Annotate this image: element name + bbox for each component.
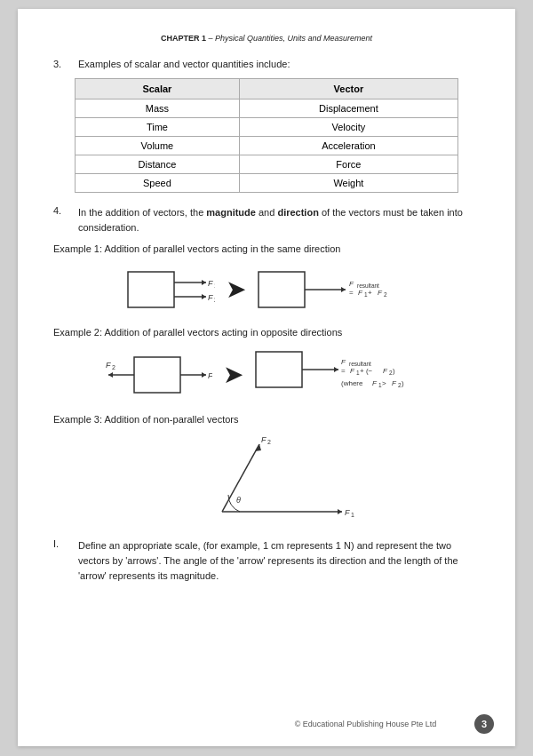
- header-separator: –: [206, 34, 215, 43]
- example2-right-svg: F resultant = F 1 + (− F 2 ) (where F 1 …: [254, 345, 427, 405]
- table-col1-header: Scalar: [76, 79, 240, 99]
- example3-svg: F 1 F 2 θ: [169, 432, 364, 529]
- svg-text:F: F: [208, 279, 213, 288]
- table-row: VolumeAcceleration: [76, 137, 458, 155]
- svg-text:1: 1: [351, 512, 354, 518]
- example3-label: Example 3: Addition of non-parallel vect…: [53, 414, 480, 425]
- svg-marker-49: [338, 509, 342, 514]
- table-cell-r3-c0: Distance: [76, 155, 240, 174]
- table-row: MassDisplacement: [76, 99, 458, 118]
- page-footer: © Educational Publishing House Pte Ltd 3: [18, 714, 515, 734]
- item-3: 3. Examples of scalar and vector quantit…: [53, 59, 480, 69]
- page-number: 3: [474, 714, 494, 734]
- svg-rect-29: [256, 352, 302, 387]
- svg-text:2: 2: [214, 297, 215, 303]
- item-4-text-mid: and: [256, 207, 277, 218]
- table-col2-header: Vector: [239, 79, 457, 99]
- example2-big-arrow: ➤: [223, 362, 243, 387]
- svg-text:2: 2: [112, 364, 115, 370]
- svg-text:F: F: [106, 361, 111, 370]
- svg-text:resultant: resultant: [349, 361, 371, 367]
- example1-right-svg: F resultant = F 1 + F 2: [257, 261, 408, 318]
- copyright-text: © Educational Publishing House Pte Ltd: [257, 720, 474, 728]
- svg-marker-6: [202, 294, 206, 299]
- item-4-content: In the addition of vectors, the magnitud…: [78, 205, 480, 235]
- chapter-subtitle: Physical Quantities, Units and Measureme…: [215, 34, 372, 43]
- item-4-bold2: direction: [277, 207, 318, 218]
- scalar-vector-table: Scalar Vector MassDisplacementTimeVeloci…: [75, 78, 458, 193]
- item-I-text: Define an appropriate scale, (for exampl…: [78, 538, 480, 584]
- table-row: DistanceForce: [76, 155, 458, 174]
- item-4-text-before: In the addition of vectors, the: [78, 207, 206, 218]
- svg-text:=: =: [341, 367, 346, 375]
- svg-text:1: 1: [214, 283, 215, 289]
- svg-text:F: F: [341, 358, 346, 366]
- svg-rect-24: [134, 357, 180, 393]
- page-header: CHAPTER 1 – Physical Quantities, Units a…: [53, 34, 480, 43]
- svg-text:F: F: [358, 289, 363, 297]
- table-cell-r4-c0: Speed: [76, 174, 240, 193]
- example1-big-arrow: ➤: [226, 277, 246, 302]
- svg-text:F: F: [350, 367, 355, 375]
- svg-text:+: +: [368, 289, 372, 297]
- example2-left-svg: F 2 F 1: [106, 352, 212, 398]
- svg-text:resultant: resultant: [357, 283, 379, 289]
- svg-text:>: >: [382, 379, 386, 387]
- table-cell-r1-c0: Time: [76, 118, 240, 137]
- svg-text:F: F: [208, 371, 212, 380]
- svg-text:): ): [402, 379, 404, 387]
- table-cell-r4-c1: Weight: [239, 174, 457, 193]
- svg-text:(where: (where: [341, 379, 363, 387]
- svg-marker-11: [341, 287, 346, 292]
- svg-marker-21: [108, 372, 113, 378]
- svg-rect-0: [128, 272, 174, 307]
- table-cell-r2-c1: Acceleration: [239, 137, 457, 155]
- item-4-number: 4.: [53, 205, 69, 235]
- svg-line-52: [222, 444, 259, 512]
- svg-text:F: F: [378, 289, 383, 297]
- example3-diagram: F 1 F 2 θ: [53, 432, 480, 529]
- svg-rect-9: [259, 272, 305, 307]
- svg-text:2: 2: [384, 291, 387, 298]
- item-4-bold1: magnitude: [206, 207, 256, 218]
- table-cell-r1-c1: Velocity: [239, 118, 457, 137]
- example1-label: Example 1: Addition of parallel vectors …: [53, 243, 480, 254]
- svg-text:F: F: [349, 280, 354, 288]
- item-4: 4. In the addition of vectors, the magni…: [53, 205, 480, 235]
- svg-text:F: F: [392, 379, 397, 387]
- svg-marker-2: [202, 280, 206, 285]
- svg-text:F: F: [261, 435, 266, 444]
- svg-text:+ (−: + (−: [360, 367, 373, 375]
- table-cell-r2-c0: Volume: [76, 137, 240, 155]
- example1-diagram: F 1 F 2 ➤ F resultant = F 1 + F 2: [53, 261, 480, 318]
- example2-label: Example 2: Addition of parallel vectors …: [53, 327, 480, 338]
- item-3-text: Examples of scalar and vector quantities…: [78, 59, 480, 69]
- example2-diagram: F 2 F 1 ➤ F resultant = F 1 + (− F: [53, 345, 480, 405]
- svg-text:F: F: [208, 293, 213, 302]
- table-cell-r0-c0: Mass: [76, 99, 240, 118]
- example1-left-svg: F 1 F 2: [126, 261, 215, 318]
- svg-text:θ: θ: [236, 496, 241, 505]
- svg-marker-31: [334, 367, 338, 372]
- table-row: SpeedWeight: [76, 174, 458, 193]
- svg-text:2: 2: [267, 439, 271, 445]
- chapter-label: CHAPTER 1: [161, 34, 206, 43]
- item-I: I. Define an appropriate scale, (for exa…: [53, 538, 480, 584]
- table-cell-r3-c1: Force: [239, 155, 457, 174]
- svg-text:=: =: [349, 289, 354, 297]
- table-row: TimeVelocity: [76, 118, 458, 137]
- svg-text:): ): [393, 367, 395, 375]
- page: CHAPTER 1 – Physical Quantities, Units a…: [18, 9, 515, 746]
- table-cell-r0-c1: Displacement: [239, 99, 457, 118]
- svg-text:F: F: [372, 379, 378, 387]
- svg-text:F: F: [383, 367, 388, 375]
- svg-marker-26: [202, 372, 206, 378]
- svg-text:F: F: [345, 508, 350, 517]
- item-3-number: 3.: [53, 59, 69, 69]
- item-I-number: I.: [53, 538, 69, 584]
